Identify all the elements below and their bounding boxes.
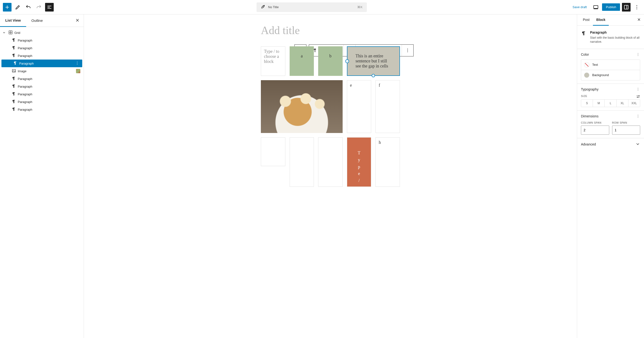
tree-label: Paragraph	[18, 39, 32, 42]
dimensions-options-button[interactable]	[636, 114, 640, 118]
item-more-button[interactable]	[75, 61, 79, 66]
tree-label: Paragraph	[18, 100, 32, 104]
tree-label: Paragraph	[18, 108, 32, 111]
edit-mode-button[interactable]	[14, 3, 22, 12]
chevron-down-icon	[635, 142, 640, 147]
tree-label: Paragraph	[18, 54, 32, 58]
svg-rect-9	[12, 69, 15, 72]
tree-item-grid[interactable]: Grid	[0, 29, 84, 37]
image-thumbnail	[76, 69, 80, 73]
post-title-input[interactable]: Add title	[261, 24, 400, 37]
more-options-button[interactable]	[632, 3, 641, 12]
grid-cell-image[interactable]	[261, 80, 342, 133]
row-span-label: ROW SPAN	[612, 121, 640, 124]
tree-label: Paragraph	[19, 62, 34, 65]
tree-label: Paragraph	[18, 85, 32, 88]
col-span-input[interactable]	[581, 125, 609, 135]
grid-cell-a[interactable]: a	[290, 46, 314, 76]
svg-point-3	[636, 7, 637, 8]
grid-cell-selected[interactable]: This is an entire sentence but I still s…	[347, 46, 400, 76]
feather-icon	[261, 5, 265, 10]
tree-item-paragraph[interactable]: Paragraph	[0, 37, 84, 44]
svg-point-22	[638, 55, 638, 56]
tree-item-paragraph[interactable]: Paragraph	[0, 75, 84, 83]
resize-handle-left[interactable]	[345, 59, 349, 63]
tab-list-view[interactable]: List View	[0, 15, 26, 27]
size-option-s[interactable]: S	[581, 100, 593, 107]
tree-item-image[interactable]: Image	[0, 67, 84, 75]
background-color-swatch	[584, 73, 589, 78]
editor-canvas[interactable]: Add title	[84, 15, 577, 338]
tree-item-paragraph[interactable]: Paragraph	[2, 60, 82, 67]
paragraph-icon	[12, 91, 16, 97]
tree-label: Paragraph	[18, 46, 32, 50]
svg-point-24	[638, 89, 638, 90]
row-span-input[interactable]	[612, 125, 640, 135]
tree-item-paragraph[interactable]: Paragraph	[0, 106, 84, 113]
grid-cell-placeholder[interactable]: Type / to choose a block	[261, 46, 285, 76]
color-options-button[interactable]	[636, 52, 640, 57]
publish-button[interactable]: Publish	[602, 3, 620, 11]
size-option-xxl[interactable]: XXL	[628, 100, 640, 107]
resize-handle-bottom[interactable]	[372, 74, 375, 77]
grid-cell-f[interactable]: f	[376, 80, 400, 133]
tab-block[interactable]: Block	[593, 15, 609, 26]
svg-point-8	[77, 64, 78, 65]
size-option-xl[interactable]: XL	[617, 100, 628, 107]
document-title: No Title	[268, 5, 278, 9]
size-option-m[interactable]: M	[593, 100, 605, 107]
tree-item-paragraph[interactable]: Paragraph	[0, 83, 84, 90]
advanced-toggle[interactable]: Advanced	[581, 142, 640, 147]
tree-item-paragraph[interactable]: Paragraph	[0, 52, 84, 60]
save-draft-button[interactable]: Save draft	[570, 3, 590, 11]
grid-cell-type[interactable]: T y p e /	[347, 137, 372, 187]
undo-button[interactable]	[24, 3, 32, 12]
svg-rect-0	[594, 6, 598, 9]
chevron-down-icon	[2, 31, 7, 34]
svg-point-30	[638, 117, 638, 117]
close-settings-button[interactable]	[637, 18, 641, 23]
typography-options-button[interactable]	[636, 87, 640, 91]
redo-button[interactable]	[34, 3, 43, 12]
grid-cell-b[interactable]: b	[318, 46, 342, 76]
close-list-view-button[interactable]	[75, 18, 80, 23]
svg-point-6	[77, 61, 78, 62]
grid-cell-h[interactable]: h	[376, 137, 400, 187]
svg-point-17	[407, 49, 408, 50]
tab-post[interactable]: Post	[580, 15, 593, 26]
command-bar[interactable]: No Title ⌘K	[256, 3, 367, 12]
image-icon	[12, 68, 16, 74]
tree-item-paragraph[interactable]: Paragraph	[0, 90, 84, 98]
tree-item-paragraph[interactable]: Paragraph	[0, 44, 84, 52]
col-span-label: COLUMN SPAN	[581, 121, 609, 124]
paragraph-icon	[581, 31, 587, 44]
grid-cell-empty2[interactable]	[290, 137, 314, 187]
svg-point-7	[77, 63, 78, 63]
grid-cell-empty1[interactable]	[261, 137, 285, 166]
svg-point-18	[407, 50, 408, 51]
food-image	[261, 80, 342, 133]
settings-panel-toggle[interactable]	[622, 3, 630, 12]
size-settings-icon[interactable]	[636, 94, 640, 99]
add-block-button[interactable]	[3, 3, 12, 12]
tree-label: Paragraph	[18, 92, 32, 96]
color-text-row[interactable]: Text	[581, 60, 640, 70]
grid-cell-e[interactable]: e	[347, 80, 372, 133]
color-background-row[interactable]: Background	[581, 70, 640, 80]
svg-point-23	[638, 88, 638, 88]
color-section-title: Color	[581, 53, 589, 56]
grid-icon	[8, 30, 13, 36]
document-overview-button[interactable]	[45, 3, 54, 12]
block-more-button[interactable]	[402, 45, 413, 56]
top-toolbar: No Title ⌘K Save draft Publish	[0, 0, 644, 15]
tree-item-paragraph[interactable]: Paragraph	[0, 98, 84, 106]
svg-point-21	[638, 54, 638, 55]
tab-outline[interactable]: Outline	[26, 15, 48, 26]
size-option-l[interactable]: L	[605, 100, 616, 107]
text-color-swatch	[584, 62, 589, 67]
paragraph-icon	[12, 38, 16, 43]
grid-cell-empty3[interactable]	[318, 137, 342, 187]
svg-point-25	[638, 90, 638, 90]
preview-button[interactable]	[592, 3, 600, 12]
paragraph-icon	[12, 84, 16, 89]
